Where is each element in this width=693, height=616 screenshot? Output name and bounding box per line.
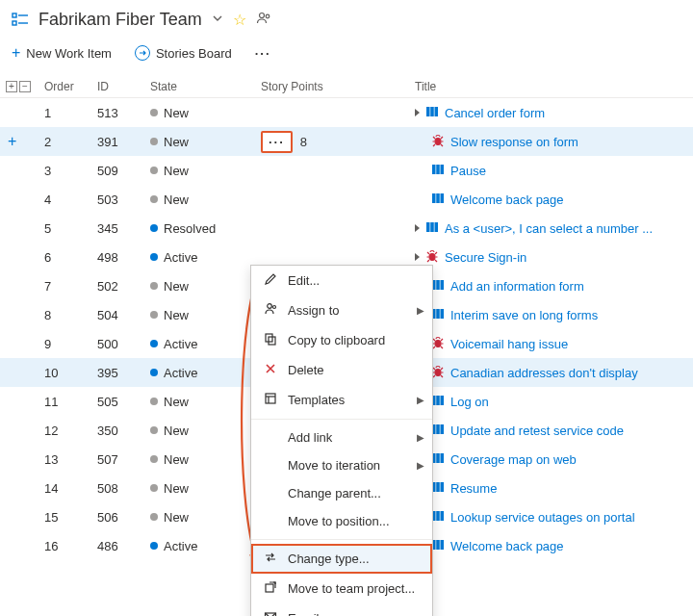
table-row[interactable]: +2391New···8Slow response on form: [0, 127, 693, 156]
menu-change-type[interactable]: Change type...: [251, 544, 432, 574]
menu-email[interactable]: Email...: [251, 603, 432, 616]
menu-move-iteration[interactable]: Move to iteration ▶: [251, 451, 432, 479]
menu-change-parent[interactable]: Change parent...: [251, 479, 432, 507]
menu-move-team-project[interactable]: Move to team project...: [251, 574, 432, 603]
col-story-points[interactable]: Story Points: [261, 80, 415, 93]
backlog-table: + − Order ID State Story Points Title 15…: [0, 76, 693, 560]
cell-id: 498: [97, 250, 150, 265]
svg-rect-22: [441, 280, 445, 290]
cell-order: 3: [44, 164, 97, 178]
cell-order: 4: [44, 192, 97, 207]
cell-title: Pause: [415, 163, 684, 179]
backlog-icon: [12, 12, 29, 29]
state-dot-icon: [150, 369, 158, 376]
menu-move-position[interactable]: Move to position...: [251, 507, 432, 535]
col-title[interactable]: Title: [415, 80, 684, 93]
work-item-title-link[interactable]: Welcome back page: [450, 192, 564, 207]
new-work-item-button[interactable]: + New Work Item: [12, 45, 112, 61]
cell-title: Update and retest service code: [415, 423, 684, 439]
col-state[interactable]: State: [150, 80, 261, 93]
col-order[interactable]: Order: [44, 80, 97, 93]
user-story-icon: [431, 192, 445, 208]
work-item-title-link[interactable]: As a <user>, I can select a number ...: [445, 221, 653, 236]
work-item-title-link[interactable]: Update and retest service code: [450, 424, 624, 438]
menu-edit-label: Edit...: [288, 273, 320, 288]
submenu-chevron-icon: ▶: [417, 305, 424, 316]
user-story-icon: [431, 509, 445, 526]
work-item-title-link[interactable]: Pause: [450, 164, 486, 178]
bug-icon: [431, 365, 445, 381]
cell-state: New: [150, 135, 261, 149]
svg-rect-8: [435, 107, 439, 116]
menu-copy[interactable]: Copy to clipboard: [251, 325, 432, 355]
svg-point-5: [266, 14, 270, 18]
work-item-title-link[interactable]: Slow response on form: [450, 135, 578, 149]
team-title[interactable]: Fabrikam Fiber Team: [38, 10, 202, 30]
svg-rect-7: [430, 107, 434, 116]
state-dot-icon: [150, 340, 158, 347]
work-item-title-link[interactable]: Coverage map on web: [450, 452, 577, 467]
cell-id: 486: [97, 539, 150, 553]
state-label: Active: [164, 250, 197, 265]
row-actions-button[interactable]: ···: [261, 131, 293, 153]
cell-order: 14: [44, 481, 97, 496]
svg-rect-6: [426, 107, 430, 116]
svg-point-9: [435, 138, 441, 144]
menu-move-position-label: Move to position...: [288, 514, 390, 528]
chevron-down-icon[interactable]: [212, 13, 223, 27]
work-item-title-link[interactable]: Lookup service outages on portal: [450, 510, 635, 525]
cell-story-points: ···8: [261, 131, 415, 153]
expand-all-button[interactable]: +: [6, 81, 17, 92]
user-story-icon: [431, 480, 445, 497]
work-item-title-link[interactable]: Resume: [450, 481, 497, 496]
svg-point-26: [435, 340, 441, 346]
people-icon[interactable]: [256, 11, 271, 29]
cell-state: New: [150, 452, 261, 467]
more-actions-button[interactable]: ···: [255, 46, 271, 61]
collapse-all-button[interactable]: −: [19, 81, 31, 92]
cell-state: Active: [150, 337, 261, 351]
cell-id: 506: [97, 510, 150, 525]
expand-caret-icon[interactable]: [415, 109, 420, 116]
cell-state: Resolved: [150, 221, 261, 236]
cell-id: 350: [97, 424, 150, 438]
table-row[interactable]: 5345ResolvedAs a <user>, I can select a …: [0, 214, 693, 243]
state-label: New: [164, 135, 189, 149]
expand-caret-icon[interactable]: [415, 253, 420, 261]
work-item-title-link[interactable]: Welcome back page: [450, 539, 564, 553]
state-label: New: [164, 279, 189, 294]
delete-icon: [263, 362, 278, 378]
menu-change-type-label: Change type...: [288, 552, 370, 566]
cell-order: 9: [44, 337, 97, 351]
add-child-button[interactable]: +: [8, 133, 16, 150]
state-dot-icon: [150, 484, 158, 492]
table-row[interactable]: 4503NewWelcome back page: [0, 185, 693, 214]
user-story-icon: [425, 220, 439, 237]
state-label: New: [164, 164, 189, 178]
menu-edit[interactable]: Edit...: [251, 266, 432, 295]
menu-add-link[interactable]: Add link ▶: [251, 424, 432, 451]
work-item-title-link[interactable]: Interim save on long forms: [450, 308, 598, 322]
work-item-title-link[interactable]: Canadian addresses don't display: [450, 366, 638, 380]
work-item-title-link[interactable]: Secure Sign-in: [445, 250, 526, 265]
menu-email-label: Email...: [288, 611, 329, 616]
table-row[interactable]: 3509NewPause: [0, 156, 693, 185]
stories-board-button[interactable]: Stories Board: [135, 45, 232, 61]
col-id[interactable]: ID: [97, 80, 150, 93]
star-icon[interactable]: ☆: [233, 11, 246, 29]
work-item-title-link[interactable]: Voicemail hang issue: [450, 337, 568, 351]
state-dot-icon: [150, 224, 158, 232]
menu-templates-label: Templates: [288, 393, 345, 407]
menu-delete[interactable]: Delete: [251, 355, 432, 385]
expand-caret-icon[interactable]: [415, 224, 420, 232]
work-item-title-link[interactable]: Log on: [450, 395, 489, 409]
state-dot-icon: [150, 455, 158, 463]
menu-assign-to[interactable]: Assign to ▶: [251, 295, 432, 325]
svg-rect-50: [266, 394, 275, 403]
cell-title: Canadian addresses don't display: [415, 365, 684, 381]
work-item-title-link[interactable]: Add an information form: [450, 279, 584, 294]
work-item-title-link[interactable]: Cancel order form: [445, 106, 545, 120]
menu-templates[interactable]: Templates ▶: [251, 385, 432, 415]
table-row[interactable]: 1513NewCancel order form: [0, 98, 693, 127]
state-label: Resolved: [164, 221, 216, 236]
